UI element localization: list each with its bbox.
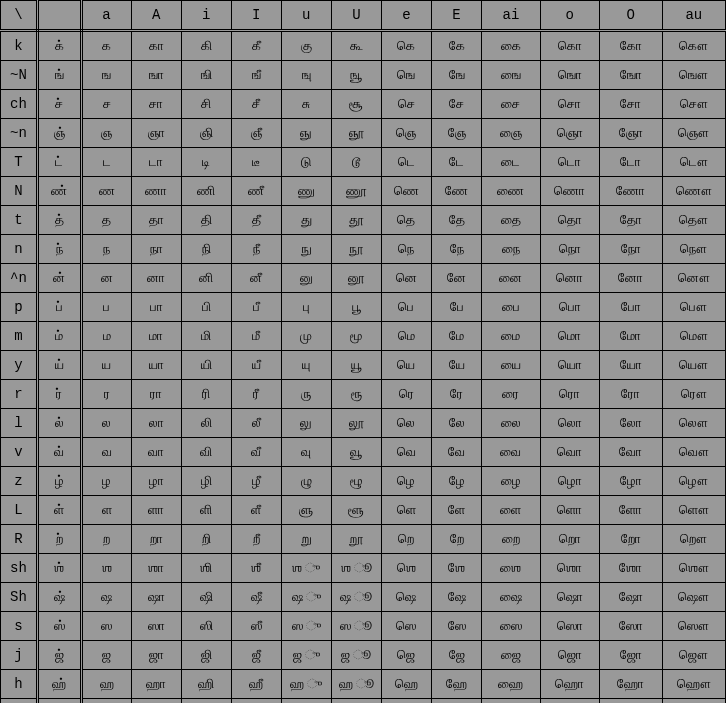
cell: லு	[281, 409, 331, 438]
cell: ஙே	[431, 61, 481, 90]
cell: ட	[81, 148, 131, 177]
header-i: i	[181, 1, 231, 31]
cell: ஷே	[431, 583, 481, 612]
cell: ச்	[38, 90, 82, 119]
cell: ழை	[482, 467, 541, 496]
cell: ச	[81, 90, 131, 119]
cell: பௌ	[662, 293, 725, 322]
table-row: Shஷ்ஷஷாஷிஷீஷ ுஷ ூஷெஷேஷைஷொஷோஷௌ	[1, 583, 726, 612]
table-row: jஜ்ஜஜாஜிஜீஜ ுஜ ூஜெஜேஜைஜொஜோஜௌ	[1, 641, 726, 670]
cell: க்ஷ ு	[281, 699, 331, 704]
cell: ஶீ	[231, 554, 281, 583]
cell: ஜி	[181, 641, 231, 670]
cell: மீ	[231, 322, 281, 351]
table-row: Nண்ணணாணிணீணுணூணெணேணைணொணோணௌ	[1, 177, 726, 206]
header-corner: \	[1, 1, 38, 31]
cell: யி	[181, 351, 231, 380]
cell: ஸா	[131, 612, 181, 641]
cell: தை	[482, 206, 541, 235]
table-row: ~Nங்ஙஙாஙிஙீஙுஙூஙெஙேஙைஙொஙோஙௌ	[1, 61, 726, 90]
cell: றௌ	[662, 525, 725, 554]
cell: ழோ	[599, 467, 662, 496]
header-u: u	[281, 1, 331, 31]
cell: லை	[482, 409, 541, 438]
cell: த்	[38, 206, 82, 235]
cell: னெ	[381, 264, 431, 293]
cell: லெ	[381, 409, 431, 438]
cell: ஞை	[482, 119, 541, 148]
cell: ணெ	[381, 177, 431, 206]
cell: ளீ	[231, 496, 281, 525]
cell: ழெ	[381, 467, 431, 496]
header-o: o	[540, 1, 599, 31]
cell: ஶ	[81, 554, 131, 583]
cell: ஶொ	[540, 554, 599, 583]
cell: ஸே	[431, 612, 481, 641]
cell: னி	[181, 264, 231, 293]
table-row: mம்மமாமிமீமுமூமெமேமைமொமோமௌ	[1, 322, 726, 351]
cell: க்ஷோ	[599, 699, 662, 704]
cell: ஞோ	[599, 119, 662, 148]
cell: மி	[181, 322, 231, 351]
cell: மொ	[540, 322, 599, 351]
cell: ஷோ	[599, 583, 662, 612]
cell: ஞா	[131, 119, 181, 148]
table-row: lல்லலாலிலீலுலூலெலேலைலொலோலௌ	[1, 409, 726, 438]
table-row: rர்ரராரிரீருரூரெரேரைரொரோரௌ	[1, 380, 726, 409]
cell: கோ	[599, 31, 662, 61]
cell: ஞு	[281, 119, 331, 148]
cell: ஶே	[431, 554, 481, 583]
table-header-row: \ a A i I u U e E ai o O au	[1, 1, 726, 31]
cell: ப	[81, 293, 131, 322]
table-row: pப்பபாபிபீபுபூபெபேபைபொபோபௌ	[1, 293, 726, 322]
cell: தௌ	[662, 206, 725, 235]
cell: ஙு	[281, 61, 331, 90]
cell: ஸீ	[231, 612, 281, 641]
cell: நே	[431, 235, 481, 264]
cell: லூ	[331, 409, 381, 438]
cell: வா	[131, 438, 181, 467]
cell: ஷி	[181, 583, 231, 612]
cell: ஜா	[131, 641, 181, 670]
cell: ங்	[38, 61, 82, 90]
cell: தோ	[599, 206, 662, 235]
cell: சொ	[540, 90, 599, 119]
cell: லி	[181, 409, 231, 438]
cell: த	[81, 206, 131, 235]
row-label: ~N	[1, 61, 38, 90]
cell: ணூ	[331, 177, 381, 206]
cell: ரொ	[540, 380, 599, 409]
cell: நை	[482, 235, 541, 264]
row-label: y	[1, 351, 38, 380]
cell: மூ	[331, 322, 381, 351]
cell: ஞ்	[38, 119, 82, 148]
cell: ஞி	[181, 119, 231, 148]
cell: ழு	[281, 467, 331, 496]
cell: மை	[482, 322, 541, 351]
cell: ஜோ	[599, 641, 662, 670]
table-row: Lள்ளளாளிளீளுளூளெளேளைளொளோளௌ	[1, 496, 726, 525]
cell: ரௌ	[662, 380, 725, 409]
cell: தி	[181, 206, 231, 235]
cell: கா	[131, 31, 181, 61]
header-A: A	[131, 1, 181, 31]
cell: ஹ ூ	[331, 670, 381, 699]
cell: சூ	[331, 90, 381, 119]
cell: மா	[131, 322, 181, 351]
cell: க்ஷ்	[38, 699, 82, 704]
cell: ம	[81, 322, 131, 351]
cell: வௌ	[662, 438, 725, 467]
cell: ஙா	[131, 61, 181, 90]
cell: டெ	[381, 148, 431, 177]
cell: ஸ்	[38, 612, 82, 641]
table-row: kக்ககாகிகீகுகூகெகேகைகொகோகௌ	[1, 31, 726, 61]
cell: வ	[81, 438, 131, 467]
cell: னொ	[540, 264, 599, 293]
cell: ணௌ	[662, 177, 725, 206]
cell: மோ	[599, 322, 662, 351]
cell: ழூ	[331, 467, 381, 496]
cell: க்ஷீ	[231, 699, 281, 704]
cell: லீ	[231, 409, 281, 438]
cell: கெ	[381, 31, 431, 61]
cell: ஙீ	[231, 61, 281, 90]
